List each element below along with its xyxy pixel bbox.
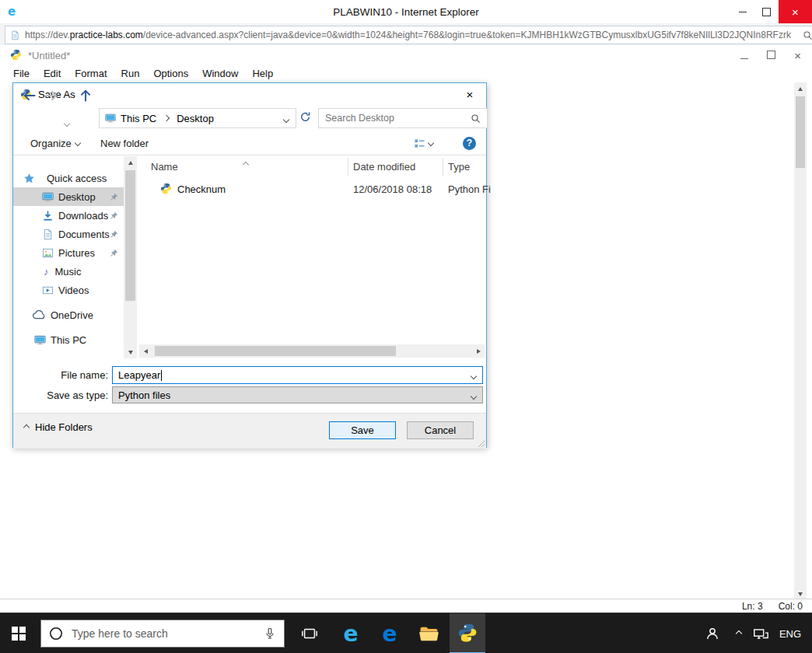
up-button[interactable] — [79, 89, 93, 103]
dialog-close-button[interactable]: × — [453, 83, 486, 105]
python-idle-taskbar-button[interactable] — [450, 613, 485, 653]
search-desktop-input[interactable] — [319, 112, 471, 124]
sidebar-item-desktop[interactable]: Desktop — [13, 187, 124, 206]
menu-run[interactable]: Run — [114, 66, 147, 81]
organize-button[interactable]: Organize — [30, 131, 80, 155]
maximize-icon — [762, 8, 771, 16]
sidebar-item-pictures[interactable]: Pictures — [13, 243, 124, 262]
menu-options[interactable]: Options — [146, 66, 195, 81]
editor-close-button[interactable]: × — [794, 49, 801, 62]
menu-file[interactable]: File — [6, 66, 37, 81]
task-view-button[interactable] — [292, 613, 327, 653]
editor-maximize-button[interactable] — [767, 50, 775, 61]
breadcrumb-current[interactable]: Desktop — [177, 113, 214, 124]
ie-maximize-button[interactable] — [754, 0, 779, 23]
change-view-button[interactable] — [414, 131, 433, 155]
sidebar-item-label: Documents — [58, 229, 110, 240]
save-as-dialog: Save As × This PC Desktop Organize — [12, 82, 487, 448]
url-field[interactable]: https://dev.practice-labs.com/device-adv… — [5, 26, 812, 44]
file-row[interactable]: Checknum 12/06/2018 08:18 Python Fi — [138, 180, 486, 198]
column-divider[interactable] — [443, 158, 443, 176]
editor-scrollbar[interactable] — [794, 82, 807, 600]
network-tray-button[interactable] — [748, 613, 773, 653]
cortana-icon — [48, 626, 64, 641]
scrollbar-thumb[interactable] — [125, 170, 135, 301]
sidebar-scrollbar[interactable] — [124, 156, 137, 358]
file-list-horizontal-scrollbar[interactable] — [139, 344, 485, 358]
pin-icon — [110, 192, 118, 204]
search-box — [318, 108, 488, 128]
editor-window-title: *Untitled* — [28, 50, 70, 61]
search-icon[interactable] — [471, 113, 481, 124]
column-divider[interactable] — [348, 158, 348, 176]
pin-icon — [110, 211, 118, 222]
ie-titlebar: e PLABWIN10 - Internet Explorer × — [0, 0, 812, 24]
scrollbar-thumb[interactable] — [796, 96, 805, 168]
menu-edit[interactable]: Edit — [37, 66, 68, 81]
file-name-dropdown[interactable] — [471, 369, 476, 381]
file-name-value: Leapyear — [113, 369, 160, 381]
hide-folders-button[interactable]: Hide Folders — [24, 421, 93, 433]
column-header-date-modified[interactable]: Date modified — [353, 161, 415, 173]
refresh-button[interactable] — [299, 111, 311, 123]
file-explorer-taskbar-button[interactable] — [411, 613, 446, 653]
ie-close-button[interactable]: × — [779, 0, 812, 23]
show-hidden-icons-button[interactable] — [730, 613, 748, 653]
resize-grip[interactable] — [478, 440, 485, 448]
documents-icon — [42, 229, 54, 240]
column-header-type[interactable]: Type — [448, 161, 470, 173]
scroll-down-button[interactable] — [124, 346, 137, 358]
sidebar-item-this-pc[interactable]: This PC — [13, 330, 124, 349]
scroll-up-button[interactable] — [124, 156, 137, 169]
pictures-icon — [42, 247, 54, 259]
start-button[interactable] — [0, 613, 37, 653]
people-button[interactable] — [698, 613, 726, 653]
microphone-icon[interactable] — [263, 627, 277, 641]
breadcrumb-dropdown[interactable] — [284, 113, 289, 124]
menu-format[interactable]: Format — [68, 66, 114, 81]
editor-minimize-button[interactable] — [740, 50, 748, 61]
column-header-name[interactable]: Name — [151, 161, 178, 173]
sidebar-item-quick-access[interactable]: Quick access — [13, 169, 124, 187]
address-search-icon[interactable] — [803, 30, 812, 40]
chevron-right-icon[interactable] — [163, 115, 170, 121]
save-button[interactable]: Save — [329, 421, 396, 439]
scroll-right-button[interactable] — [472, 344, 485, 358]
scrollbar-thumb[interactable] — [155, 346, 396, 356]
url-path: /device-advanced.aspx?client=java&device… — [143, 30, 791, 40]
star-icon — [23, 173, 35, 184]
menu-window[interactable]: Window — [195, 66, 245, 81]
taskbar-search-box[interactable] — [40, 620, 285, 648]
scroll-up-button[interactable] — [794, 82, 807, 95]
help-button[interactable]: ? — [463, 131, 476, 155]
save-as-type-dropdown[interactable] — [471, 389, 476, 401]
page-icon — [10, 30, 20, 40]
sidebar-item-music[interactable]: ♪ Music — [13, 262, 124, 281]
language-indicator[interactable]: ENG — [775, 613, 806, 653]
chevron-up-icon — [23, 424, 30, 430]
internet-explorer-taskbar-button[interactable]: e — [333, 613, 369, 653]
desktop-icon — [42, 191, 54, 203]
chevron-down-icon — [471, 373, 477, 379]
recent-locations-dropdown[interactable] — [65, 117, 69, 128]
pin-icon — [110, 248, 118, 260]
save-as-type-select[interactable]: Python files — [112, 386, 483, 403]
sidebar-item-videos[interactable]: Videos — [13, 281, 124, 299]
file-name-input[interactable]: Leapyear — [112, 366, 483, 384]
menu-help[interactable]: Help — [245, 66, 280, 81]
back-button[interactable] — [23, 89, 37, 103]
views-icon — [414, 138, 425, 149]
taskbar-search-input[interactable] — [70, 627, 263, 641]
scroll-left-button[interactable] — [139, 344, 152, 358]
url-domain: practice-labs.com — [70, 30, 143, 40]
triangle-down-icon — [798, 592, 803, 596]
sidebar-item-onedrive[interactable]: OneDrive — [13, 306, 124, 324]
cancel-button[interactable]: Cancel — [407, 421, 474, 439]
sidebar-item-downloads[interactable]: Downloads — [13, 206, 124, 225]
ie-minimize-button[interactable] — [730, 0, 754, 23]
new-folder-button[interactable]: New folder — [100, 131, 149, 155]
edge-taskbar-button[interactable]: e — [372, 613, 408, 653]
forward-button[interactable] — [44, 89, 58, 103]
breadcrumb-root[interactable]: This PC — [121, 113, 156, 124]
sidebar-item-documents[interactable]: Documents — [13, 225, 124, 243]
